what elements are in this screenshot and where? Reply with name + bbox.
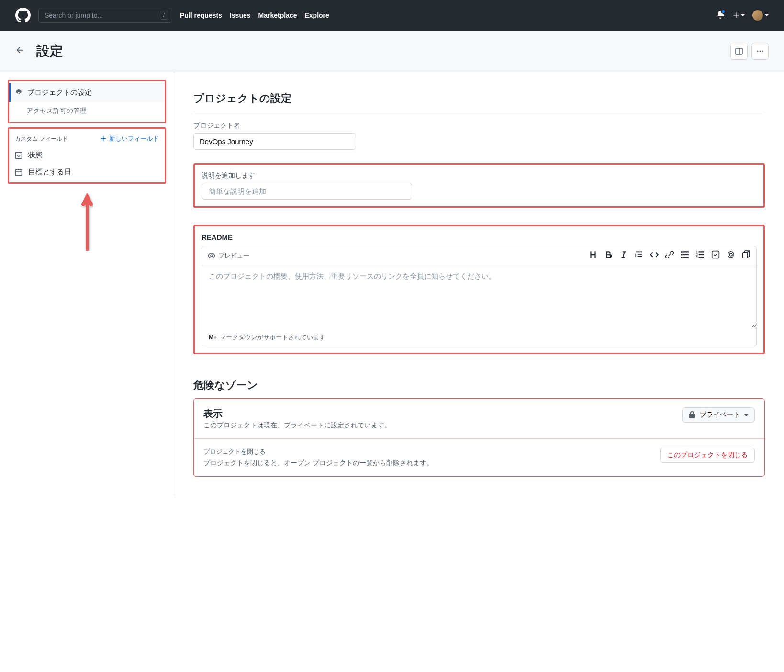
svg-point-2	[757, 51, 759, 52]
field-item-target-date[interactable]: 目標とする日	[9, 164, 165, 180]
nav-marketplace[interactable]: Marketplace	[258, 11, 297, 19]
custom-fields-header: カスタム フィールド 新しいフィールド	[9, 131, 165, 147]
svg-rect-24	[699, 251, 704, 252]
visibility-row: 表示 このプロジェクトは現在、プライベートに設定されています。 プライベート	[194, 399, 764, 438]
notification-dot	[721, 9, 726, 14]
readme-footer: M+ マークダウンがサポートされています	[202, 329, 756, 346]
description-section: 説明を追加します	[193, 163, 765, 208]
visibility-button[interactable]: プライベート	[682, 407, 755, 423]
svg-rect-5	[16, 152, 22, 158]
sidebar-settings-section: プロジェクトの設定 アクセス許可の管理	[8, 80, 166, 123]
back-arrow[interactable]	[15, 45, 25, 57]
svg-point-16	[681, 254, 683, 255]
project-name-input[interactable]	[193, 133, 356, 150]
sidebar-label: プロジェクトの設定	[27, 88, 92, 97]
readme-section: README プレビュー	[193, 225, 765, 354]
field-label: 状態	[28, 151, 43, 160]
visibility-desc: このプロジェクトは現在、プライベートに設定されています。	[203, 421, 391, 430]
sidebar-custom-fields-section: カスタム フィールド 新しいフィールド 状態 目標とする日	[8, 127, 166, 184]
close-project-info: プロジェクトを閉じる プロジェクトを閉じると、オープン プロジェクトの一覧から削…	[203, 448, 433, 468]
field-label: 目標とする日	[28, 168, 71, 177]
code-icon[interactable]	[650, 250, 659, 261]
bold-icon[interactable]	[604, 250, 613, 261]
more-options-button[interactable]	[751, 43, 769, 60]
visibility-title: 表示	[203, 407, 391, 420]
sidebar-label: アクセス許可の管理	[26, 107, 87, 115]
readme-toolbar: プレビュー	[202, 246, 756, 265]
readme-textarea[interactable]	[202, 265, 756, 327]
preview-toggle[interactable]: プレビュー	[208, 251, 249, 260]
settings-heading: プロジェクトの設定	[193, 91, 765, 106]
close-project-desc: プロジェクトを閉じると、オープン プロジェクトの一覧から削除されます。	[203, 459, 433, 468]
close-project-row: プロジェクトを閉じる プロジェクトを閉じると、オープン プロジェクトの一覧から削…	[194, 438, 764, 476]
primary-nav: Pull requests Issues Marketplace Explore	[180, 11, 329, 19]
svg-rect-18	[683, 251, 689, 252]
close-project-button[interactable]: このプロジェクトを閉じる	[660, 448, 755, 463]
avatar	[752, 10, 763, 21]
search-input[interactable]	[39, 11, 160, 19]
chevron-down-icon	[744, 414, 749, 416]
main-content: プロジェクトの設定 プロジェクト名 説明を追加します README プレビュー	[174, 72, 784, 496]
markdown-support-text: マークダウンがサポートされています	[220, 333, 325, 342]
svg-rect-20	[683, 257, 689, 258]
divider	[193, 112, 765, 112]
quote-icon[interactable]	[635, 250, 643, 261]
nav-issues[interactable]: Issues	[230, 11, 251, 19]
svg-text:3: 3	[696, 256, 698, 259]
readme-box: プレビュー	[202, 246, 757, 346]
readme-label: README	[202, 233, 757, 241]
new-field-link[interactable]: 新しいフィールド	[100, 134, 159, 143]
svg-point-3	[760, 51, 761, 52]
description-input[interactable]	[202, 183, 412, 200]
user-menu[interactable]	[752, 10, 769, 21]
ordered-list-icon[interactable]: 123	[696, 250, 705, 261]
calendar-icon	[15, 168, 22, 176]
danger-zone: 表示 このプロジェクトは現在、プライベートに設定されています。 プライベート プ…	[193, 398, 765, 477]
global-search[interactable]: /	[38, 8, 172, 23]
nav-explore[interactable]: Explore	[304, 11, 329, 19]
svg-point-4	[762, 51, 763, 52]
heading-icon[interactable]	[589, 250, 597, 261]
danger-zone-heading: 危険なゾーン	[193, 378, 765, 392]
svg-rect-0	[736, 48, 742, 54]
page-actions	[730, 43, 769, 60]
eye-icon	[208, 252, 215, 259]
italic-icon[interactable]	[619, 250, 628, 261]
description-label: 説明を追加します	[202, 171, 757, 180]
panel-toggle-button[interactable]	[730, 43, 748, 60]
custom-fields-label: カスタム フィールド	[15, 135, 68, 143]
link-icon[interactable]	[665, 250, 674, 261]
github-logo[interactable]	[15, 8, 31, 23]
markdown-badge: M+	[209, 334, 217, 341]
sidebar: プロジェクトの設定 アクセス許可の管理 カスタム フィールド 新しいフィールド …	[0, 72, 174, 496]
gear-icon	[15, 89, 22, 97]
search-shortcut-key: /	[160, 11, 168, 20]
field-item-status[interactable]: 状態	[9, 147, 165, 164]
header-right	[716, 10, 769, 21]
page-header: 設定	[0, 31, 784, 72]
svg-point-10	[211, 255, 213, 257]
tasklist-icon[interactable]	[711, 250, 720, 261]
add-menu[interactable]	[732, 11, 745, 19]
sidebar-item-manage-access[interactable]: アクセス許可の管理	[9, 102, 165, 120]
visibility-info: 表示 このプロジェクトは現在、プライベートに設定されています。	[203, 407, 391, 430]
svg-point-17	[681, 257, 683, 258]
project-name-label: プロジェクト名	[193, 122, 765, 130]
close-project-label: プロジェクトを閉じる	[203, 448, 433, 456]
svg-rect-29	[743, 253, 748, 258]
plus-icon	[100, 135, 107, 143]
svg-point-28	[729, 253, 732, 256]
svg-rect-26	[699, 257, 704, 258]
svg-rect-19	[683, 254, 689, 255]
single-select-icon	[15, 152, 22, 159]
global-header: / Pull requests Issues Marketplace Explo…	[0, 0, 784, 31]
svg-rect-25	[699, 254, 704, 255]
svg-rect-6	[16, 169, 22, 175]
notifications-icon[interactable]	[716, 10, 725, 21]
svg-point-15	[681, 251, 683, 253]
cross-reference-icon[interactable]	[742, 250, 750, 261]
nav-pull-requests[interactable]: Pull requests	[180, 11, 222, 19]
mention-icon[interactable]	[727, 250, 735, 261]
unordered-list-icon[interactable]	[681, 250, 689, 261]
sidebar-item-project-settings[interactable]: プロジェクトの設定	[9, 83, 165, 102]
